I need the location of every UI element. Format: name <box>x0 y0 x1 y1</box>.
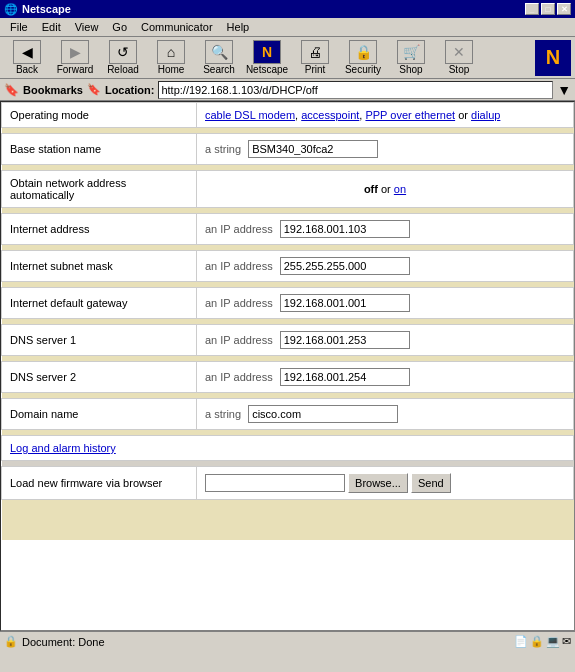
internet-subnet-input[interactable] <box>280 257 410 275</box>
cable-dsl-link[interactable]: cable DSL modem <box>205 109 295 121</box>
menu-edit[interactable]: Edit <box>36 20 67 34</box>
settings-table: Operating mode cable DSL modem, accesspo… <box>1 102 574 540</box>
operating-mode-value: cable DSL modem, accesspoint, PPP over e… <box>197 103 574 128</box>
menu-help[interactable]: Help <box>221 20 256 34</box>
netscape-logo: N <box>535 40 571 76</box>
status-icon-2: 🔒 <box>530 635 544 648</box>
shop-icon: 🛒 <box>397 40 425 64</box>
internet-gateway-value: an IP address <box>197 288 574 319</box>
bookmark-icon: 🔖 <box>4 83 19 97</box>
dns2-row: DNS server 2 an IP address <box>2 362 574 393</box>
security-button[interactable]: 🔒 Security <box>340 37 386 78</box>
window-icon: 🌐 <box>4 3 18 16</box>
location-input[interactable] <box>158 81 553 99</box>
location-bar: 🔖 Bookmarks 🔖 Location: ▼ <box>0 79 575 101</box>
dns1-value: an IP address <box>197 325 574 356</box>
dns1-row: DNS server 1 an IP address <box>2 325 574 356</box>
search-button[interactable]: 🔍 Search <box>196 37 242 78</box>
shop-button[interactable]: 🛒 Shop <box>388 37 434 78</box>
operating-mode-row: Operating mode cable DSL modem, accesspo… <box>2 103 574 128</box>
title-bar: 🌐 Netscape _ □ ✕ <box>0 0 575 18</box>
print-button[interactable]: 🖨 Print <box>292 37 338 78</box>
location-go-icon[interactable]: ▼ <box>557 82 571 98</box>
reload-button[interactable]: ↺ Reload <box>100 37 146 78</box>
status-icon-3: 💻 <box>546 635 560 648</box>
log-alarm-row: Log and alarm history <box>2 436 574 461</box>
internet-gateway-label: Internet default gateway <box>2 288 197 319</box>
netscape-icon: N <box>253 40 281 64</box>
minimize-button[interactable]: _ <box>525 3 539 15</box>
print-icon: 🖨 <box>301 40 329 64</box>
home-icon: ⌂ <box>157 40 185 64</box>
internet-gateway-row: Internet default gateway an IP address <box>2 288 574 319</box>
bookmarks-label: Bookmarks <box>23 84 83 96</box>
internet-gateway-input[interactable] <box>280 294 410 312</box>
domain-name-value: a string <box>197 399 574 430</box>
internet-subnet-label: Internet subnet mask <box>2 251 197 282</box>
obtain-off-label: off <box>364 183 378 195</box>
obtain-network-label: Obtain network addressautomatically <box>2 171 197 208</box>
domain-name-row: Domain name a string <box>2 399 574 430</box>
obtain-on-link[interactable]: on <box>394 183 406 195</box>
menu-bar: File Edit View Go Communicator Help <box>0 18 575 37</box>
forward-button[interactable]: ▶ Forward <box>52 37 98 78</box>
load-firmware-label: Load new firmware via browser <box>2 467 197 500</box>
browse-button[interactable]: Browse... <box>348 473 408 493</box>
toolbar: ◀ Back ▶ Forward ↺ Reload ⌂ Home 🔍 Searc… <box>0 37 575 79</box>
dns1-label: DNS server 1 <box>2 325 197 356</box>
status-icon-4: ✉ <box>562 635 571 648</box>
menu-file[interactable]: File <box>4 20 34 34</box>
stop-icon: ✕ <box>445 40 473 64</box>
dns1-input[interactable] <box>280 331 410 349</box>
forward-icon: ▶ <box>61 40 89 64</box>
internet-subnet-hint: an IP address <box>205 260 273 272</box>
firmware-file-input[interactable] <box>205 474 345 492</box>
back-button[interactable]: ◀ Back <box>4 37 50 78</box>
base-station-value: a string <box>197 134 574 165</box>
base-station-input[interactable] <box>248 140 378 158</box>
back-icon: ◀ <box>13 40 41 64</box>
base-station-hint: a string <box>205 143 241 155</box>
load-firmware-value: Browse... Send <box>197 467 574 500</box>
status-icon: 🔒 <box>4 635 18 648</box>
internet-address-value: an IP address <box>197 214 574 245</box>
log-alarm-cell: Log and alarm history <box>2 436 574 461</box>
menu-communicator[interactable]: Communicator <box>135 20 219 34</box>
dns2-label: DNS server 2 <box>2 362 197 393</box>
status-text: Document: Done <box>22 636 105 648</box>
internet-address-label: Internet address <box>2 214 197 245</box>
internet-address-input[interactable] <box>280 220 410 238</box>
load-firmware-row: Load new firmware via browser Browse... … <box>2 467 574 500</box>
operating-mode-label: Operating mode <box>2 103 197 128</box>
netscape-button[interactable]: N Netscape <box>244 37 290 78</box>
dns1-hint: an IP address <box>205 334 273 346</box>
base-station-label: Base station name <box>2 134 197 165</box>
domain-name-label: Domain name <box>2 399 197 430</box>
internet-address-hint: an IP address <box>205 223 273 235</box>
dns2-value: an IP address <box>197 362 574 393</box>
content-area: Operating mode cable DSL modem, accesspo… <box>0 101 575 631</box>
menu-view[interactable]: View <box>69 20 105 34</box>
domain-name-hint: a string <box>205 408 241 420</box>
base-station-row: Base station name a string <box>2 134 574 165</box>
reload-icon: ↺ <box>109 40 137 64</box>
ppp-over-ethernet-link[interactable]: PPP over ethernet <box>365 109 455 121</box>
log-alarm-link[interactable]: Log and alarm history <box>10 442 116 454</box>
close-button[interactable]: ✕ <box>557 3 571 15</box>
menu-go[interactable]: Go <box>106 20 133 34</box>
maximize-button[interactable]: □ <box>541 3 555 15</box>
security-icon: 🔒 <box>349 40 377 64</box>
home-button[interactable]: ⌂ Home <box>148 37 194 78</box>
status-bar: 🔒 Document: Done 📄 🔒 💻 ✉ <box>0 631 575 651</box>
dns2-input[interactable] <box>280 368 410 386</box>
search-icon: 🔍 <box>205 40 233 64</box>
accesspoint-link[interactable]: accesspoint <box>301 109 359 121</box>
domain-name-input[interactable] <box>248 405 398 423</box>
internet-subnet-row: Internet subnet mask an IP address <box>2 251 574 282</box>
dialup-link[interactable]: dialup <box>471 109 500 121</box>
status-icons: 📄 🔒 💻 ✉ <box>514 635 571 648</box>
send-button[interactable]: Send <box>411 473 451 493</box>
stop-button[interactable]: ✕ Stop <box>436 37 482 78</box>
internet-gateway-hint: an IP address <box>205 297 273 309</box>
obtain-network-value: off or on <box>197 171 574 208</box>
